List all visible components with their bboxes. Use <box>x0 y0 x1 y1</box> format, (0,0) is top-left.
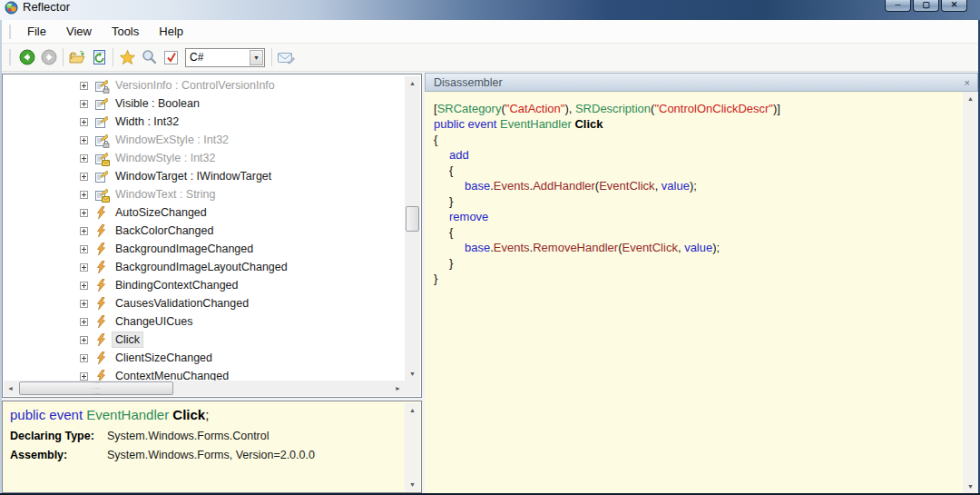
menu-view[interactable]: View <box>56 21 102 42</box>
maximize-button[interactable]: ▢ <box>913 0 939 12</box>
expand-plus-icon[interactable] <box>80 372 88 381</box>
detail-field-label: Declaring Type: <box>10 430 107 442</box>
property-icon <box>94 115 108 129</box>
tree-item-label: WindowStyle : Int32 <box>113 151 218 165</box>
tree-item-label: ClientSizeChanged <box>113 351 215 365</box>
event-icon <box>94 206 108 220</box>
open-folder-icon <box>69 49 86 65</box>
minimize-button[interactable]: ─ <box>885 0 911 12</box>
event-icon <box>94 224 108 238</box>
tree-item[interactable]: CausesValidationChanged <box>3 294 405 312</box>
expand-plus-icon[interactable] <box>80 354 88 362</box>
tree-item[interactable]: BackgroundImageChanged <box>3 240 405 258</box>
tree-vscroll-thumb[interactable] <box>406 206 419 232</box>
open-assembly-button[interactable] <box>66 46 88 68</box>
chevron-down-icon[interactable]: ▼ <box>250 50 263 65</box>
scroll-right-icon[interactable]: ► <box>391 381 405 396</box>
code-line: } <box>434 193 963 209</box>
scroll-up-icon[interactable]: ▲ <box>405 76 420 90</box>
disassembler-vertical-scrollbar[interactable]: ▲ ▼ <box>963 92 978 493</box>
scroll-down-icon[interactable]: ▼ <box>405 478 420 491</box>
tree-item[interactable]: VersionInfo : ControlVersionInfo <box>3 76 405 94</box>
send-feedback-button[interactable] <box>275 46 297 68</box>
menu-help[interactable]: Help <box>149 21 193 42</box>
menu-file[interactable]: File <box>17 21 56 42</box>
star-icon <box>119 49 136 65</box>
event-icon <box>94 351 108 365</box>
code-line: } <box>434 255 963 271</box>
member-signature: public event EventHandler Click; <box>10 407 403 422</box>
envelope-icon <box>277 50 295 64</box>
expand-plus-icon[interactable] <box>80 191 88 199</box>
tree-item-label: ChangeUICues <box>113 314 195 329</box>
code-line: } <box>434 271 963 286</box>
tree-item[interactable]: BindingContextChanged <box>3 276 405 294</box>
tree-item[interactable]: WindowExStyle : Int32 <box>3 131 405 149</box>
close-button[interactable]: ✕ <box>941 0 967 12</box>
tree-view: VersionInfo : ControlVersionInfoVisible … <box>3 76 405 381</box>
details-vertical-scrollbar[interactable]: ▲ ▼ <box>405 403 420 491</box>
disassembler-header[interactable]: Disassembler × <box>425 73 978 92</box>
scroll-up-icon[interactable]: ▲ <box>405 403 420 417</box>
tree-item-label: Click <box>113 332 142 347</box>
code-line: [SRCategory("CatAction"), SRDescription(… <box>434 101 963 116</box>
tree-item[interactable]: Width : Int32 <box>3 113 405 131</box>
expand-plus-icon[interactable] <box>80 136 88 144</box>
expand-plus-icon[interactable] <box>80 336 88 344</box>
expand-plus-icon[interactable] <box>80 118 88 126</box>
code-line: remove <box>434 209 963 224</box>
tree-item[interactable]: ChangeUICues <box>3 312 405 331</box>
scroll-up-icon[interactable]: ▲ <box>963 92 978 105</box>
code-line: public event EventHandler Click <box>434 116 963 132</box>
detail-field: Assembly:System.Windows.Forms, Version=2… <box>10 449 403 461</box>
tree-item[interactable]: AutoSizeChanged <box>3 203 405 222</box>
expand-plus-icon[interactable] <box>80 154 88 163</box>
tree-horizontal-scrollbar[interactable]: ◄ ► <box>4 381 405 396</box>
close-icon[interactable]: × <box>965 77 977 88</box>
expand-plus-icon[interactable] <box>80 263 88 272</box>
expand-plus-icon[interactable] <box>80 282 88 290</box>
tree-item-label: CausesValidationChanged <box>113 296 251 311</box>
menu-tools[interactable]: Tools <box>102 21 149 42</box>
expand-plus-icon[interactable] <box>80 245 88 253</box>
scrollbar-corner <box>405 381 420 396</box>
toolbar: C# ▼ <box>2 44 978 72</box>
scroll-left-icon[interactable]: ◄ <box>4 381 17 396</box>
favorites-button[interactable] <box>116 46 138 68</box>
language-selector-value: C# <box>186 51 250 64</box>
search-button[interactable] <box>138 46 160 68</box>
property-icon <box>94 152 108 165</box>
tree-item[interactable]: Click <box>3 331 405 349</box>
tree-item[interactable]: BackColorChanged <box>3 222 405 240</box>
tree-item-label: WindowExStyle : Int32 <box>113 133 231 147</box>
scroll-down-icon[interactable]: ▼ <box>405 367 420 381</box>
scroll-down-icon[interactable]: ▼ <box>963 480 978 493</box>
verify-button[interactable] <box>160 46 181 68</box>
tree-item[interactable]: ClientSizeChanged <box>3 349 405 367</box>
toolbar-grip[interactable] <box>9 49 12 65</box>
expand-plus-icon[interactable] <box>80 173 88 181</box>
expand-plus-icon[interactable] <box>80 209 88 217</box>
tree-vertical-scrollbar[interactable]: ▲ ▼ <box>405 76 420 381</box>
expand-plus-icon[interactable] <box>80 300 88 308</box>
property-icon <box>94 97 108 111</box>
expand-plus-icon[interactable] <box>80 82 88 90</box>
tree-item[interactable]: WindowStyle : Int32 <box>3 149 405 167</box>
tree-item[interactable]: Visible : Boolean <box>3 94 405 113</box>
disassembler-code[interactable]: [SRCategory("CatAction"), SRDescription(… <box>425 92 963 493</box>
toolbar-grip[interactable] <box>9 25 12 39</box>
expand-plus-icon[interactable] <box>80 318 88 326</box>
back-button[interactable] <box>16 46 38 68</box>
tree-item[interactable]: ContextMenuChanged <box>3 367 405 381</box>
tree-hscroll-thumb[interactable] <box>19 381 173 395</box>
language-selector[interactable]: C# ▼ <box>185 48 265 67</box>
tree-item[interactable]: WindowTarget : IWindowTarget <box>3 167 405 185</box>
expand-plus-icon[interactable] <box>80 100 88 108</box>
tree-item[interactable]: BackgroundImageLayoutChanged <box>3 258 405 276</box>
back-icon <box>19 49 35 65</box>
forward-button[interactable] <box>38 46 60 68</box>
expand-plus-icon[interactable] <box>80 227 88 235</box>
refresh-button[interactable] <box>88 46 110 68</box>
window-title: Reflector <box>23 0 70 14</box>
tree-item[interactable]: WindowText : String <box>3 185 405 203</box>
